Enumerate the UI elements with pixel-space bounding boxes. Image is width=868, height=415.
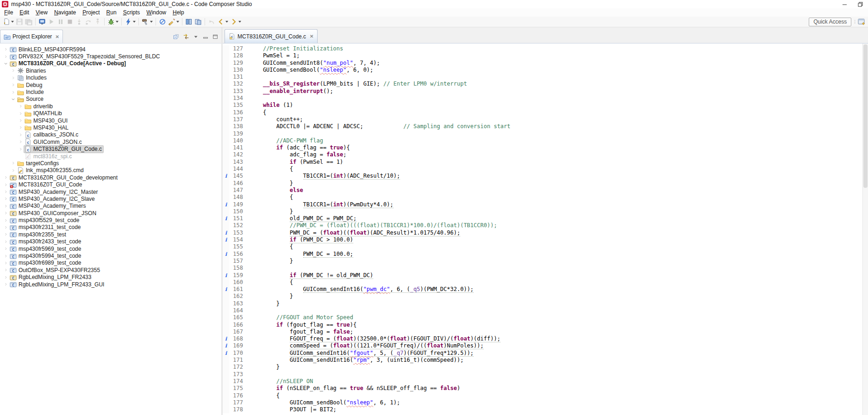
code-line[interactable]: i154 if (PWM_DC > 100.0) (223, 236, 862, 243)
open-resource-button[interactable] (184, 17, 194, 26)
tree-item-rgbledmixing-lpm-fr2433[interactable]: CRgbLedMixing_LPM_FR2433 (0, 274, 221, 281)
chevron-right-icon[interactable] (2, 218, 9, 223)
code-line[interactable]: 172 } (223, 364, 862, 371)
tree-item-mct8316z-spi-c[interactable]: cmct8316z_spi.c (0, 153, 221, 160)
new-button[interactable] (2, 17, 15, 26)
chevron-right-icon[interactable] (2, 261, 9, 265)
project-explorer-view-tab[interactable]: Project Explorer ✕ (0, 30, 63, 43)
code-line[interactable]: 174 //nSLEEP ON (223, 378, 862, 385)
chevron-right-icon[interactable] (17, 104, 24, 108)
code-line[interactable]: 127 //Preset Initializations (223, 45, 862, 52)
editor-scrollbar-thumb[interactable] (863, 44, 868, 188)
chevron-right-icon[interactable] (17, 133, 24, 137)
code-line[interactable]: 134 (223, 95, 862, 102)
minimize-button[interactable] (837, 0, 852, 8)
tree-item-outofbox-msp-exp430fr2355[interactable]: COutOfBox_MSP-EXP430FR2355 (0, 266, 221, 273)
tree-item-msp430-academy-timers[interactable]: CMSP430_Academy_Timers (0, 203, 221, 210)
open-element-button[interactable] (194, 17, 203, 26)
chevron-right-icon[interactable] (17, 140, 24, 144)
chevron-right-icon[interactable] (2, 211, 9, 215)
code-line[interactable]: 165 //FGOUT and Motor Speed (223, 314, 862, 321)
code-line[interactable]: 137 count++; (223, 116, 862, 123)
tree-item-msp430-hal[interactable]: MSP430_HAL (0, 124, 221, 131)
code-line[interactable]: 158 (223, 265, 862, 272)
code-line[interactable]: 157 } (223, 258, 862, 265)
editor-tab-close-icon[interactable]: ✕ (310, 34, 313, 39)
code-line[interactable]: i159 if (PWM_DC != old_PWM_DC) (223, 272, 862, 279)
chevron-right-icon[interactable] (2, 254, 9, 258)
code-line[interactable]: 146 } (223, 180, 862, 187)
link-with-editor-icon[interactable] (183, 33, 189, 40)
dropdown-arrow-icon[interactable] (116, 21, 119, 23)
dropdown-arrow-icon[interactable] (225, 21, 228, 23)
code-line[interactable]: i145 TB1CCR1=(int)(ADC_Result/10); (223, 173, 862, 180)
code-line[interactable]: 173 (223, 371, 862, 378)
tree-item-targetconfigs[interactable]: targetConfigs (0, 160, 221, 167)
code-line[interactable]: 160 { (223, 279, 862, 286)
code-line[interactable]: i156 PWM_DC = 100.0; (223, 251, 862, 258)
code-line[interactable]: 166 if (fgout_flag == true){ (223, 322, 862, 328)
menu-run[interactable]: Run (103, 9, 120, 16)
code-line[interactable]: 129 GUIComm_sendUInt8("num_pol", 7, 4); (223, 60, 862, 67)
tree-item-msp430-gui[interactable]: MSP430_GUI (0, 117, 221, 124)
code-editor[interactable]: 127 //Preset Initializations128 PwmSel =… (223, 43, 862, 415)
view-menu-icon[interactable] (193, 33, 199, 40)
code-line[interactable]: 132 __bis_SR_register(LPM0_bits | GIE); … (223, 81, 862, 87)
menu-project[interactable]: Project (79, 9, 103, 16)
tree-item-source[interactable]: Source (0, 96, 221, 103)
code-line[interactable]: 171 GUIComm_sendUInt16("rpm", 3, (uint16… (223, 357, 862, 364)
tree-item-msp430-academy-i2c-slave[interactable]: CMSP430_Academy_I2C_Slave (0, 195, 221, 202)
flash-button[interactable] (124, 17, 137, 26)
code-line[interactable]: 142 adc_flag = false; (223, 151, 862, 158)
dropdown-arrow-icon[interactable] (150, 21, 153, 23)
code-line[interactable]: 138 ADCCTL0 |= ADCENC | ADCSC; // Sampli… (223, 123, 862, 130)
menu-file[interactable]: File (1, 9, 16, 16)
tree-item-lnk-msp430fr2355-cmd[interactable]: lnk_msp430fr2355.cmd (0, 167, 221, 174)
tree-item-iqmathlib[interactable]: IQMATHLib (0, 110, 221, 117)
chevron-right-icon[interactable] (2, 204, 9, 208)
chevron-right-icon[interactable] (17, 147, 24, 151)
menu-view[interactable]: View (32, 9, 51, 16)
code-line[interactable]: i153 PWM_DC = (float)((float)(ADC_Result… (223, 229, 862, 236)
code-line[interactable]: i161 GUIComm_sendInt16("pwm_dc", 6, (_q5… (223, 286, 862, 293)
menu-navigate[interactable]: Navigate (51, 9, 79, 16)
chevron-right-icon[interactable] (2, 240, 9, 244)
tree-item-drv832x-msp430f5529-trapezoidal-sensored-bldc[interactable]: CDRV832X_MSP430F5529_Trapezoidal_Sensore… (0, 53, 221, 60)
menu-scripts[interactable]: Scripts (120, 9, 144, 16)
code-line[interactable]: 163 } (223, 300, 862, 307)
code-line[interactable]: 162 } (223, 293, 862, 300)
editor-tab[interactable]: c MCT8316Z0R_GUI_Code.c ✕ (225, 29, 318, 43)
editor-scrollbar[interactable] (862, 43, 868, 415)
tree-item-mct8316z0t-gui-code[interactable]: CMCT8316Z0T_GUI_Code (0, 181, 221, 188)
tree-item-rgbledmixing-lpm-fr2433-gui[interactable]: CRgbLedMixing_LPM_FR2433_GUI (0, 281, 221, 288)
tree-item-callbacks-json-c[interactable]: ccallbacks_JSON.c (0, 131, 221, 138)
code-line[interactable]: 175 if (nSLEEP_on_flag == true && nSLEEP… (223, 385, 862, 392)
code-line[interactable]: 176 { (223, 392, 862, 399)
dropdown-arrow-icon[interactable] (176, 21, 179, 23)
tree-item-debug[interactable]: Debug (0, 81, 221, 88)
chevron-right-icon[interactable] (2, 190, 9, 194)
code-line[interactable]: i149 TB1CCR1=(int)(PwmDuty*4.0); (223, 201, 862, 208)
chevron-down-icon[interactable] (9, 97, 17, 101)
chevron-right-icon[interactable] (9, 90, 17, 94)
dropdown-arrow-icon[interactable] (133, 21, 136, 23)
code-line[interactable]: 135 while (1) (223, 102, 862, 109)
chevron-right-icon[interactable] (17, 118, 24, 123)
code-line[interactable]: 167 fgout_flag = false; (223, 328, 862, 335)
tree-item-msp430-guicomposer-json[interactable]: CMSP430_GUIComposer_JSON (0, 210, 221, 217)
tree-item-mct8316z0r-gui-code[interactable]: CMCT8316Z0R_GUI_Code [Active - Debug] (0, 60, 221, 67)
tree-item-blinkled-msp430fr5994[interactable]: CBlinkLED_MSP430FR5994 (0, 46, 221, 53)
debug-button[interactable] (106, 17, 119, 26)
tree-item-msp430fr2433-test-code[interactable]: Cmsp430fr2433_test_code (0, 238, 221, 245)
chevron-right-icon[interactable] (9, 161, 17, 165)
chevron-right-icon[interactable] (9, 168, 17, 173)
chevron-right-icon[interactable] (2, 47, 9, 51)
code-line[interactable]: 141 if (adc_flag == true){ (223, 144, 862, 151)
chevron-right-icon[interactable] (9, 76, 17, 80)
menu-edit[interactable]: Edit (16, 9, 32, 16)
chevron-right-icon[interactable] (2, 275, 9, 279)
code-line[interactable]: 155 { (223, 243, 862, 250)
tree-item-mct8316z0r-gui-code-development[interactable]: CMCT8316Z0R_GUI_Code_development (0, 174, 221, 181)
code-line[interactable]: 143 if (PwmSel == 1) (223, 159, 862, 166)
tree-item-msp430f5529-test-code[interactable]: Cmsp430f5529_test_code (0, 217, 221, 223)
